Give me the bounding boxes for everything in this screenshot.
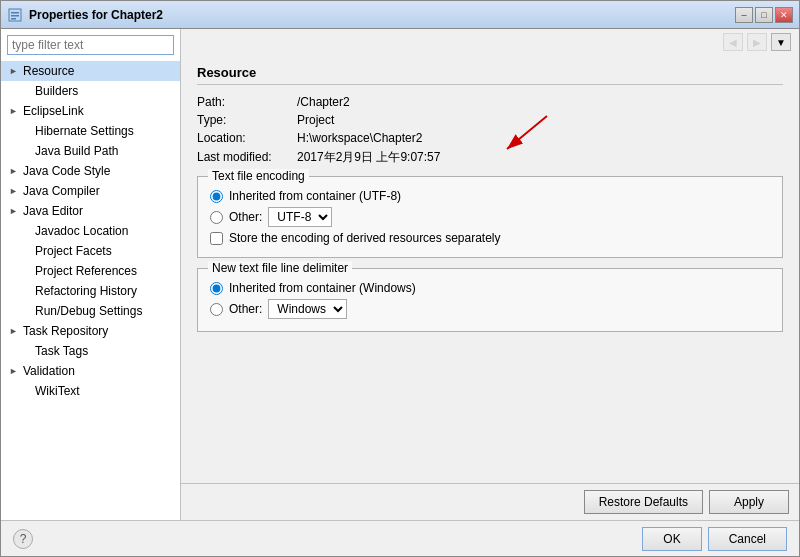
radio-other-encoding-label: Other: [229,210,262,224]
text-encoding-label: Text file encoding [208,169,309,183]
line-delimiter-group: New text file line delimiter Inherited f… [197,268,783,332]
radio-inherited-encoding-row: Inherited from container (UTF-8) [210,189,770,203]
radio-inherited-line[interactable] [210,282,223,295]
sidebar-item-project-references[interactable]: Project References [1,261,180,281]
sidebar-item-label: Project References [35,264,137,278]
svg-rect-1 [11,12,19,14]
right-panel: ◀ ▶ ▼ Resource Path: /Chapter2 Type: Pro… [181,29,799,520]
maximize-button[interactable]: □ [755,7,773,23]
sidebar-item-label: Hibernate Settings [35,124,134,138]
sidebar-item-validation[interactable]: ►Validation [1,361,180,381]
line-delimiter-select[interactable]: Windows [268,299,347,319]
sidebar-item-task-repository[interactable]: ►Task Repository [1,321,180,341]
expand-icon: ► [9,206,21,216]
sidebar-item-label: Task Tags [35,344,88,358]
text-encoding-group: Text file encoding Inherited from contai… [197,176,783,258]
minimize-button[interactable]: – [735,7,753,23]
properties-window: Properties for Chapter2 – □ ✕ ►ResourceB… [0,0,800,557]
sidebar-item-label: Task Repository [23,324,108,338]
sidebar-item-java-build-path[interactable]: Java Build Path [1,141,180,161]
sidebar-item-label: Java Editor [23,204,83,218]
ok-button[interactable]: OK [642,527,701,551]
store-encoding-label: Store the encoding of derived resources … [229,231,501,245]
cancel-button[interactable]: Cancel [708,527,787,551]
sidebar-item-label: Java Code Style [23,164,110,178]
radio-inherited-line-label: Inherited from container (Windows) [229,281,416,295]
path-label: Path: [197,95,297,109]
action-buttons: Restore Defaults Apply [181,483,799,520]
radio-other-line-label: Other: [229,302,262,316]
ok-cancel-buttons: OK Cancel [642,527,787,551]
svg-rect-2 [11,15,19,17]
help-button[interactable]: ? [13,529,33,549]
radio-inherited-encoding[interactable] [210,190,223,203]
filter-input[interactable] [7,35,174,55]
navigation-bar: ◀ ▶ ▼ [181,29,799,55]
sidebar-item-label: Resource [23,64,74,78]
annotation-arrow [477,111,557,161]
expand-icon: ► [9,366,21,376]
title-bar: Properties for Chapter2 – □ ✕ [1,1,799,29]
sidebar-item-resource[interactable]: ►Resource [1,61,180,81]
expand-icon: ► [9,166,21,176]
sidebar-item-label: EclipseLink [23,104,84,118]
sidebar-item-javadoc-location[interactable]: Javadoc Location [1,221,180,241]
last-modified-value: 2017年2月9日 上午9:07:57 [297,149,440,166]
window-controls: – □ ✕ [735,7,793,23]
encoding-select[interactable]: UTF-8 [268,207,332,227]
sidebar-item-wikitext[interactable]: WikiText [1,381,180,401]
path-row: Path: /Chapter2 [197,95,783,109]
type-value: Project [297,113,334,127]
radio-inherited-line-row: Inherited from container (Windows) [210,281,770,295]
sidebar-item-java-editor[interactable]: ►Java Editor [1,201,180,221]
expand-icon: ► [9,326,21,336]
apply-button[interactable]: Apply [709,490,789,514]
sidebar-item-refactoring-history[interactable]: Refactoring History [1,281,180,301]
back-button[interactable]: ◀ [723,33,743,51]
sidebar-item-java-code-style[interactable]: ►Java Code Style [1,161,180,181]
sidebar-item-label: Project Facets [35,244,112,258]
location-row: Location: H:\workspace\Chapter2 [197,131,783,145]
radio-other-encoding-row: Other: UTF-8 [210,207,770,227]
section-title: Resource [197,65,783,85]
radio-other-line-row: Other: Windows [210,299,770,319]
sidebar-item-label: Java Build Path [35,144,118,158]
window-icon [7,7,23,23]
close-button[interactable]: ✕ [775,7,793,23]
sidebar-item-label: WikiText [35,384,80,398]
sidebar-items-container: ►ResourceBuilders►EclipseLinkHibernate S… [1,61,180,401]
location-label: Location: [197,131,297,145]
location-value: H:\workspace\Chapter2 [297,131,422,145]
footer-bar: ? OK Cancel [1,520,799,556]
type-label: Type: [197,113,297,127]
sidebar-item-eclipselink[interactable]: ►EclipseLink [1,101,180,121]
sidebar-item-hibernate-settings[interactable]: Hibernate Settings [1,121,180,141]
sidebar-item-project-facets[interactable]: Project Facets [1,241,180,261]
sidebar-item-label: Java Compiler [23,184,100,198]
menu-button[interactable]: ▼ [771,33,791,51]
sidebar-item-label: Run/Debug Settings [35,304,142,318]
last-modified-label: Last modified: [197,150,297,164]
expand-icon: ► [9,186,21,196]
sidebar-item-label: Refactoring History [35,284,137,298]
restore-defaults-button[interactable]: Restore Defaults [584,490,703,514]
sidebar-item-builders[interactable]: Builders [1,81,180,101]
line-delimiter-label: New text file line delimiter [208,261,352,275]
svg-rect-3 [11,18,16,20]
content-area: Resource Path: /Chapter2 Type: Project L… [181,55,799,483]
sidebar: ►ResourceBuilders►EclipseLinkHibernate S… [1,29,181,520]
sidebar-item-java-compiler[interactable]: ►Java Compiler [1,181,180,201]
store-encoding-row: Store the encoding of derived resources … [210,231,770,245]
sidebar-item-label: Javadoc Location [35,224,128,238]
sidebar-item-run-debug-settings[interactable]: Run/Debug Settings [1,301,180,321]
window-title: Properties for Chapter2 [29,8,735,22]
path-value: /Chapter2 [297,95,350,109]
sidebar-item-label: Builders [35,84,78,98]
sidebar-item-task-tags[interactable]: Task Tags [1,341,180,361]
store-encoding-checkbox[interactable] [210,232,223,245]
sidebar-item-label: Validation [23,364,75,378]
radio-other-line[interactable] [210,303,223,316]
radio-other-encoding[interactable] [210,211,223,224]
forward-button[interactable]: ▶ [747,33,767,51]
main-content: ►ResourceBuilders►EclipseLinkHibernate S… [1,29,799,520]
